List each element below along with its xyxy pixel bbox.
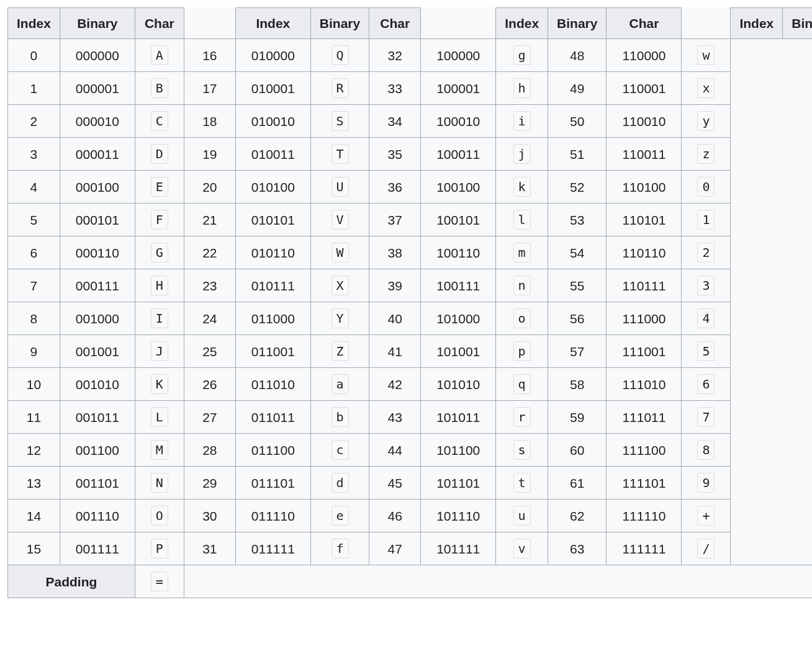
char-value: 3 bbox=[697, 276, 715, 295]
index-cell: 36 bbox=[369, 171, 421, 204]
char-cell: Z bbox=[310, 335, 369, 368]
char-value: x bbox=[697, 78, 715, 98]
char-cell: s bbox=[496, 434, 548, 467]
index-cell: 53 bbox=[548, 204, 607, 236]
index-cell: 63 bbox=[548, 532, 607, 565]
char-cell: a bbox=[310, 368, 369, 401]
char-value: B bbox=[151, 78, 168, 98]
index-cell: 20 bbox=[184, 171, 235, 204]
col-header-char: Char bbox=[369, 8, 421, 39]
char-value: u bbox=[513, 506, 531, 526]
binary-cell: 111011 bbox=[607, 401, 682, 434]
index-cell: 30 bbox=[184, 500, 235, 532]
char-cell: E bbox=[135, 171, 184, 204]
char-cell: K bbox=[135, 368, 184, 401]
table-row: 12001100M28011100c44101100s601111008 bbox=[8, 434, 813, 467]
char-value: i bbox=[513, 111, 531, 131]
char-value: K bbox=[151, 374, 168, 394]
table-row: 8001000I24011000Y40101000o561110004 bbox=[8, 302, 813, 335]
padding-trailing-cell bbox=[184, 565, 812, 598]
char-cell: r bbox=[496, 401, 548, 434]
index-cell: 14 bbox=[8, 500, 60, 532]
char-value: h bbox=[513, 78, 531, 98]
char-cell: m bbox=[496, 236, 548, 269]
char-value: l bbox=[513, 210, 531, 230]
char-cell: h bbox=[496, 72, 548, 105]
char-value: f bbox=[332, 539, 349, 558]
char-cell: x bbox=[682, 72, 731, 105]
char-value: g bbox=[513, 45, 531, 65]
char-value: t bbox=[513, 473, 531, 493]
char-value: r bbox=[513, 407, 531, 427]
index-cell: 31 bbox=[184, 532, 235, 565]
char-cell: L bbox=[135, 401, 184, 434]
char-cell: u bbox=[496, 500, 548, 532]
char-value: a bbox=[332, 374, 349, 394]
index-cell: 32 bbox=[369, 39, 421, 72]
char-cell: j bbox=[496, 138, 548, 171]
char-cell: J bbox=[135, 335, 184, 368]
binary-cell: 100110 bbox=[421, 236, 496, 269]
char-cell: i bbox=[496, 105, 548, 138]
index-cell: 7 bbox=[8, 269, 60, 302]
index-cell: 11 bbox=[8, 401, 60, 434]
index-cell: 19 bbox=[184, 138, 235, 171]
char-cell: B bbox=[135, 72, 184, 105]
index-cell: 22 bbox=[184, 236, 235, 269]
table-row: 0000000A16010000Q32100000g48110000w bbox=[8, 39, 813, 72]
binary-cell: 000100 bbox=[60, 171, 135, 204]
char-value: Y bbox=[332, 308, 349, 328]
char-value: E bbox=[151, 177, 168, 197]
binary-cell: 100001 bbox=[421, 72, 496, 105]
index-cell: 42 bbox=[369, 368, 421, 401]
binary-cell: 000011 bbox=[60, 138, 135, 171]
index-cell: 3 bbox=[8, 138, 60, 171]
binary-cell: 011010 bbox=[235, 368, 310, 401]
index-cell: 56 bbox=[548, 302, 607, 335]
char-value: L bbox=[151, 407, 168, 427]
index-cell: 24 bbox=[184, 302, 235, 335]
index-cell: 18 bbox=[184, 105, 235, 138]
char-cell: + bbox=[682, 500, 731, 532]
table-row: 5000101F21010101V37100101l531101011 bbox=[8, 204, 813, 236]
char-value: 7 bbox=[697, 407, 715, 427]
char-value: 4 bbox=[697, 308, 715, 328]
char-cell: A bbox=[135, 39, 184, 72]
binary-cell: 100000 bbox=[421, 39, 496, 72]
char-value: s bbox=[513, 440, 531, 460]
char-value: o bbox=[513, 308, 531, 328]
col-header-index: Index bbox=[235, 8, 310, 39]
char-cell: f bbox=[310, 532, 369, 565]
binary-cell: 001110 bbox=[60, 500, 135, 532]
binary-cell: 101100 bbox=[421, 434, 496, 467]
table-row: 2000010C18010010S34100010i50110010y bbox=[8, 105, 813, 138]
index-cell: 13 bbox=[8, 467, 60, 500]
binary-cell: 101000 bbox=[421, 302, 496, 335]
column-group-spacer bbox=[184, 8, 235, 39]
char-cell: P bbox=[135, 532, 184, 565]
char-cell: o bbox=[496, 302, 548, 335]
binary-cell: 111100 bbox=[607, 434, 682, 467]
char-value: 8 bbox=[697, 440, 715, 460]
col-header-index: Index bbox=[8, 8, 60, 39]
index-cell: 51 bbox=[548, 138, 607, 171]
char-value: W bbox=[332, 243, 349, 262]
char-value: 6 bbox=[697, 374, 715, 394]
table-row: 15001111P31011111f47101111v63111111/ bbox=[8, 532, 813, 565]
index-cell: 37 bbox=[369, 204, 421, 236]
char-value: c bbox=[332, 440, 349, 460]
binary-cell: 010000 bbox=[235, 39, 310, 72]
binary-cell: 011101 bbox=[235, 467, 310, 500]
char-cell: I bbox=[135, 302, 184, 335]
char-value: J bbox=[151, 341, 168, 361]
binary-cell: 000001 bbox=[60, 72, 135, 105]
binary-cell: 011001 bbox=[235, 335, 310, 368]
binary-cell: 100100 bbox=[421, 171, 496, 204]
char-cell: t bbox=[496, 467, 548, 500]
char-value: 9 bbox=[697, 473, 715, 493]
index-cell: 46 bbox=[369, 500, 421, 532]
char-cell: v bbox=[496, 532, 548, 565]
binary-cell: 000000 bbox=[60, 39, 135, 72]
char-cell: w bbox=[682, 39, 731, 72]
char-cell: q bbox=[496, 368, 548, 401]
